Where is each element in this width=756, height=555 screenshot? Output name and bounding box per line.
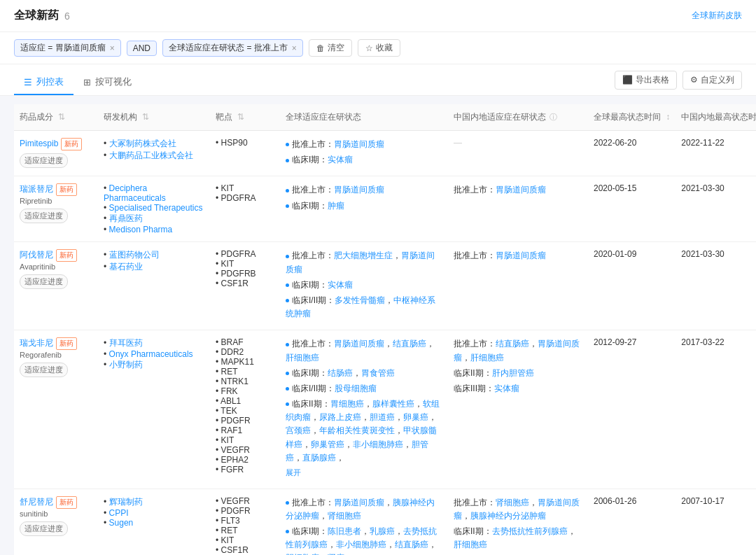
global-status-item: 临床I期：实体瘤 [286,279,442,292]
indication-link[interactable]: 尿路上皮癌 [319,412,361,422]
target-item: • KIT [216,535,274,545]
col-header-drug: 药品成分 ⇅ [14,104,98,131]
org-item: • 基石药业 [104,261,204,273]
indication-link[interactable]: 肾细胞癌 [328,511,361,521]
indication-link[interactable]: 肿瘤 [328,201,344,211]
target-item: • PDGFRA [216,249,274,259]
indication-link[interactable]: 胃肠道间质瘤 [334,498,384,507]
status-tag[interactable]: 适应症进度 [20,521,68,536]
indication-link[interactable]: 胃肠道间质瘤 [334,139,384,149]
org-link[interactable]: Medison Pharma [109,225,173,234]
new-tag: 新药 [56,183,77,196]
indication-link[interactable]: 年龄相关性黄斑变性 [319,426,395,435]
org-link[interactable]: 基石药业 [109,262,143,272]
indication-link[interactable]: 结直肠癌 [393,339,426,349]
customize-button[interactable]: ⚙ 自定义列 [682,71,742,90]
collect-button[interactable]: ☆ 收藏 [358,39,400,57]
org-item: • 大鹏药品工业株式会社 [104,150,204,162]
clear-filter-button[interactable]: 🗑 清空 [309,39,352,57]
filter-tag-close-1[interactable]: × [110,43,115,53]
indication-link[interactable]: 陈旧患者 [328,526,361,536]
indication-link[interactable]: 卵巢癌 [403,412,428,422]
col-global-label: 全球适应症在研状态 [286,112,361,122]
indication-link[interactable]: 非小细胞肺癌 [353,440,403,449]
org-item: • 再鼎医药 [104,213,204,225]
org-item: • Onyx Pharmaceuticals [104,349,204,359]
indication-link[interactable]: 胃肠道间质瘤 [334,339,384,349]
target-item: • PDGFR [216,416,274,426]
sort-target-icon[interactable]: ⇅ [237,112,244,122]
filter-tag-close-2[interactable]: × [292,43,297,53]
filter-operator[interactable]: AND [127,41,157,56]
status-tag[interactable]: 适应症进度 [20,209,68,223]
indication-link[interactable]: 宫颈癌 [286,426,311,435]
indication-link[interactable]: 结直肠癌 [395,540,428,549]
indication-link[interactable]: 结肠癌 [328,368,353,378]
org-link[interactable]: 小野制药 [109,360,143,370]
drug-name[interactable]: 瑞戈非尼 [20,338,53,348]
sort-drug-icon[interactable]: ⇅ [58,112,65,122]
indication-link[interactable]: 直肠腺癌 [302,453,336,463]
indication-link[interactable]: 实体瘤 [328,280,353,290]
indication-link[interactable]: 腺样囊性癌 [372,399,414,409]
cn-indication-link[interactable]: 实体瘤 [494,384,519,393]
sort-global-date-icon[interactable]: ↕ [666,112,670,122]
indication-link[interactable]: 非小细胞肺癌 [336,540,386,549]
org-link[interactable]: 大冢制药株式会社 [109,139,176,148]
sort-org-icon[interactable]: ⇅ [142,112,149,122]
status-tag[interactable]: 适应症进度 [20,153,68,168]
org-link[interactable]: Deciphera Pharmaceuticals [104,183,166,203]
header-link[interactable]: 全球新药皮肤 [692,10,742,22]
indication-link[interactable]: 肥大细胞增生症 [334,251,393,260]
org-link[interactable]: 辉瑞制药 [109,497,143,507]
org-link[interactable]: Specialised Therapeutics [109,203,203,213]
org-link[interactable]: Sugen [109,518,134,528]
filter-tag-status[interactable]: 全球适应症在研状态 = 批准上市 × [162,39,303,57]
drug-name[interactable]: Pimitespib [20,139,58,148]
cn-indication-link[interactable]: 结直肠癌 [496,339,529,349]
drug-name-en: Regorafenib [20,351,62,359]
table-row: Pimitespib新药适应症进度• 大冢制药株式会社• 大鹏药品工业株式会社•… [14,131,756,176]
cn-indication-link[interactable]: 胃肠道间质瘤 [496,251,546,260]
indication-link[interactable]: 卵巢管癌 [311,440,344,449]
indication-link[interactable]: 股母细胞瘤 [335,384,377,393]
export-button[interactable]: ⬛ 导出表格 [615,71,677,90]
tab-list[interactable]: ☰ 列控表 [14,70,74,95]
expand-link[interactable]: 展开 [286,467,442,479]
cn-indication-link[interactable]: 肝细胞癌 [454,540,487,549]
col-cn-date-label: 中国内地最高状态时间 [681,112,756,122]
indication-link[interactable]: 胃肠道间质瘤 [334,185,384,195]
cn-indication-link[interactable]: 去势抵抗性前列腺癌 [492,526,568,536]
org-link[interactable]: 大鹏药品工业株式会社 [109,150,193,160]
indication-link[interactable]: 胆道癌 [370,412,395,422]
drug-name[interactable]: 阿伐替尼 [20,250,53,260]
status-tag[interactable]: 适应症进度 [20,274,68,289]
indication-link[interactable]: 实体瘤 [328,155,353,164]
org-link[interactable]: 再鼎医药 [109,213,143,223]
org-link[interactable]: Onyx Pharmaceuticals [109,349,193,359]
filter-tag-indication[interactable]: 适应症 = 胃肠道间质瘤 × [14,39,121,57]
cn-info-icon: ⓘ [550,113,557,121]
indication-link[interactable]: 胃食管癌 [361,368,395,378]
indication-link[interactable]: 肝细胞癌 [286,353,319,363]
cn-indication-link[interactable]: 肾细胞癌 [496,498,529,507]
cn-indication-link[interactable]: 肝内胆管癌 [492,368,534,378]
org-link[interactable]: 蓝图药物公司 [109,250,160,260]
status-tag[interactable]: 适应症进度 [20,363,68,377]
indication-link[interactable]: 多发性骨髓瘤 [335,295,385,305]
status-dot [286,530,289,533]
target-item: • FGFR [216,465,274,475]
indication-link[interactable]: 胃细胞癌 [330,399,364,409]
cn-indication-link[interactable]: 胃肠道间质瘤 [496,185,546,195]
drug-name[interactable]: 瑞派替尼 [20,184,53,194]
cn-indication-link[interactable]: 肝细胞癌 [470,353,504,363]
org-link[interactable]: CPPI [109,508,129,518]
tabs-right: ⬛ 导出表格 ⚙ 自定义列 [615,71,742,90]
target-item: • EPHA2 [216,455,274,465]
org-link[interactable]: 拜耳医药 [109,338,143,348]
export-icon: ⬛ [622,75,633,85]
cn-indication-link[interactable]: 胰腺神经内分泌肿瘤 [470,511,546,521]
indication-link[interactable]: 乳腺癌 [370,526,395,536]
drug-name[interactable]: 舒尼替尼 [20,497,53,507]
tab-visual[interactable]: ⊞ 按可视化 [74,70,141,95]
